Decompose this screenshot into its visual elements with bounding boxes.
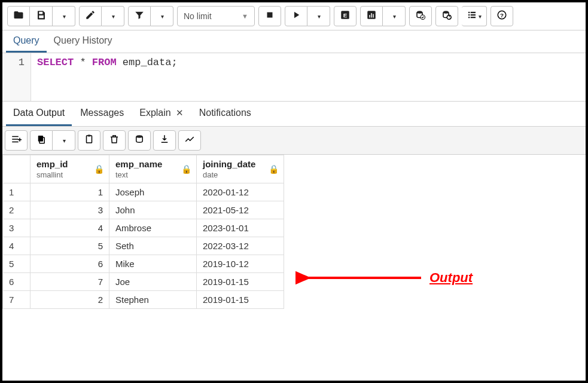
svg-rect-5 xyxy=(371,13,372,18)
open-file-button[interactable] xyxy=(7,6,30,26)
col-header-emp-id[interactable]: emp_id smallint 🔒 xyxy=(31,155,109,183)
row-corner xyxy=(3,155,31,183)
cell-emp-id[interactable]: 3 xyxy=(31,201,109,219)
result-grid[interactable]: emp_id smallint 🔒 emp_name text 🔒 joinin… xyxy=(2,155,284,309)
table-row[interactable]: 11Joseph2020-01-12 xyxy=(3,183,284,201)
tab-query[interactable]: Query xyxy=(6,30,47,53)
tab-messages[interactable]: Messages xyxy=(73,102,131,126)
cell-emp-id[interactable]: 7 xyxy=(31,273,109,291)
filter-group: ▾ xyxy=(128,6,173,26)
svg-text:E: E xyxy=(343,12,348,19)
table-row[interactable]: 34Ambrose2023-01-01 xyxy=(3,219,284,237)
run-dropdown-button[interactable]: ▾ xyxy=(307,6,330,26)
db-rollback-icon xyxy=(441,10,452,23)
cell-joining-date[interactable]: 2020-01-12 xyxy=(197,183,284,201)
save-button[interactable] xyxy=(30,6,53,26)
col-header-joining-date[interactable]: joining_date date 🔒 xyxy=(197,155,284,183)
stop-button[interactable] xyxy=(258,6,281,26)
chevron-down-icon: ▾ xyxy=(161,13,164,20)
play-icon xyxy=(291,10,301,23)
tab-notifications[interactable]: Notifications xyxy=(192,102,258,126)
macros-button[interactable]: ▾ xyxy=(462,6,487,26)
cell-joining-date[interactable]: 2019-01-15 xyxy=(197,273,284,291)
help-icon: ? xyxy=(496,10,507,23)
cell-joining-date[interactable]: 2019-10-12 xyxy=(197,255,284,273)
limit-label: No limit xyxy=(184,11,212,21)
analyze-dropdown-button[interactable]: ▾ xyxy=(383,6,406,26)
svg-rect-22 xyxy=(88,135,91,137)
analyze-button[interactable] xyxy=(360,6,383,26)
edit-dropdown-button[interactable]: ▾ xyxy=(102,6,124,26)
paste-button[interactable] xyxy=(78,130,100,151)
folder-icon xyxy=(13,10,24,23)
svg-rect-6 xyxy=(373,14,374,18)
delete-row-button[interactable] xyxy=(103,130,126,151)
arrow-icon xyxy=(295,269,427,287)
cell-emp-name[interactable]: John xyxy=(109,201,197,219)
kw-from: FROM xyxy=(92,57,117,68)
save-dropdown-button[interactable]: ▾ xyxy=(53,6,75,26)
table-row[interactable]: 67Joe2019-01-15 xyxy=(3,273,284,291)
table-row[interactable]: 45Seth2022-03-12 xyxy=(3,237,284,255)
tab-explain[interactable]: Explain✕ xyxy=(132,102,190,126)
run-button[interactable] xyxy=(285,6,307,26)
help-button[interactable]: ? xyxy=(490,6,513,26)
download-button[interactable] xyxy=(153,130,176,151)
cell-emp-id[interactable]: 5 xyxy=(31,237,109,255)
table-row[interactable]: 72Stephen2019-01-15 xyxy=(3,291,284,309)
copy-dropdown-button[interactable]: ▾ xyxy=(53,130,75,151)
line-chart-icon xyxy=(184,134,195,147)
cell-joining-date[interactable]: 2022-03-12 xyxy=(197,237,284,255)
add-row-button[interactable] xyxy=(5,130,28,151)
cell-joining-date[interactable]: 2019-01-15 xyxy=(197,291,284,309)
limit-combo[interactable]: No limit ▼ xyxy=(177,6,255,26)
filter-button[interactable] xyxy=(128,6,151,26)
svg-rect-11 xyxy=(468,12,470,13)
commit-button[interactable] xyxy=(409,6,432,26)
explain-button[interactable]: E xyxy=(334,6,357,26)
copy-icon xyxy=(36,134,47,147)
tab-data-output[interactable]: Data Output xyxy=(6,102,72,126)
db-save-icon xyxy=(134,134,145,147)
clipboard-icon xyxy=(84,134,95,147)
filter-dropdown-button[interactable]: ▾ xyxy=(151,6,173,26)
cell-emp-id[interactable]: 2 xyxy=(31,291,109,309)
cell-emp-name[interactable]: Joseph xyxy=(109,183,197,201)
rollback-button[interactable] xyxy=(435,6,458,26)
cell-emp-name[interactable]: Mike xyxy=(109,255,197,273)
close-icon[interactable]: ✕ xyxy=(176,108,184,118)
cell-emp-name[interactable]: Ambrose xyxy=(109,219,197,237)
svg-rect-21 xyxy=(87,136,92,143)
lock-icon: 🔒 xyxy=(269,164,279,174)
cell-joining-date[interactable]: 2023-01-01 xyxy=(197,219,284,237)
line-number: 1 xyxy=(19,57,25,68)
editor-code[interactable]: SELECT * FROM emp_data; xyxy=(31,53,184,101)
row-number: 1 xyxy=(3,183,31,201)
cell-emp-name[interactable]: Stephen xyxy=(109,291,197,309)
cell-emp-id[interactable]: 1 xyxy=(31,183,109,201)
svg-rect-16 xyxy=(471,17,476,18)
cell-joining-date[interactable]: 2021-05-12 xyxy=(197,201,284,219)
annotation-label: Output xyxy=(429,270,473,286)
lock-icon: 🔒 xyxy=(94,164,104,174)
tab-query-history[interactable]: Query History xyxy=(47,30,120,53)
col-header-emp-name[interactable]: emp_name text 🔒 xyxy=(109,155,197,183)
open-save-group: ▾ xyxy=(7,6,75,26)
cell-emp-id[interactable]: 6 xyxy=(31,255,109,273)
edit-button[interactable] xyxy=(79,6,102,26)
table-row[interactable]: 23John2021-05-12 xyxy=(3,201,284,219)
graph-visualizer-button[interactable] xyxy=(178,130,201,151)
copy-button[interactable] xyxy=(30,130,53,151)
cell-emp-name[interactable]: Joe xyxy=(109,273,197,291)
sql-editor[interactable]: 1 SELECT * FROM emp_data; xyxy=(2,53,586,101)
chevron-down-icon: ▾ xyxy=(393,13,396,20)
save-data-button[interactable] xyxy=(128,130,151,151)
output-annotation: Output xyxy=(295,269,473,287)
header-row: emp_id smallint 🔒 emp_name text 🔒 joinin… xyxy=(3,155,284,183)
cell-emp-id[interactable]: 4 xyxy=(31,219,109,237)
svg-rect-20 xyxy=(38,136,43,142)
save-icon xyxy=(36,10,47,23)
table-row[interactable]: 56Mike2019-10-12 xyxy=(3,255,284,273)
cell-emp-name[interactable]: Seth xyxy=(109,237,197,255)
svg-rect-0 xyxy=(267,13,273,18)
